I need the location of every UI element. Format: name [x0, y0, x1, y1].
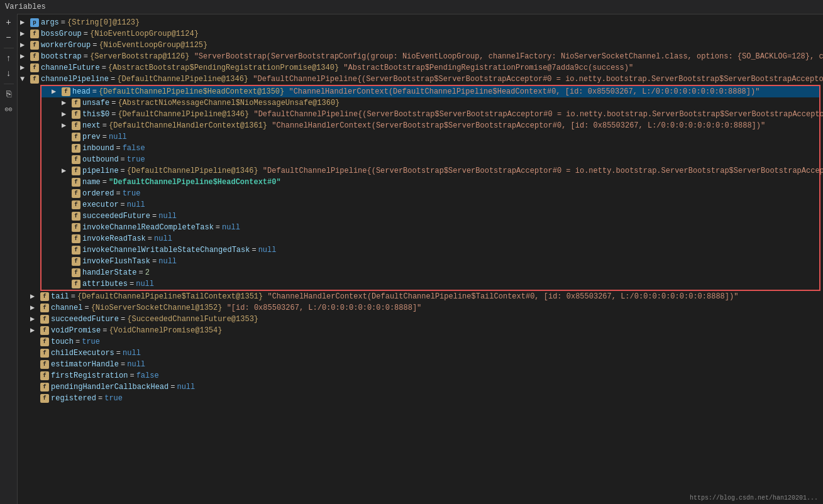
- field-icon: f: [40, 315, 49, 324]
- table-row[interactable]: ▶ f unsafe = {AbstractNioMessageChannel$…: [41, 97, 819, 109]
- expander-icon: ▶: [30, 359, 40, 369]
- expander-icon[interactable]: ▶: [62, 121, 72, 130]
- table-row[interactable]: ▶ f bossGroup = {NioEventLoopGroup@1124}: [18, 28, 823, 40]
- table-row[interactable]: ▶ f inbound = false: [41, 143, 819, 154]
- expander-icon[interactable]: ▶: [20, 40, 30, 50]
- table-row[interactable]: ▶ f estimatorHandle = null: [18, 359, 823, 370]
- table-row[interactable]: ▶ f voidPromise = {VoidChannelPromise@13…: [18, 325, 823, 336]
- expander-icon: ▶: [30, 348, 40, 358]
- expander-icon[interactable]: ▶: [30, 292, 40, 301]
- table-row[interactable]: ▶ f invokeFlushTask = null: [41, 256, 819, 267]
- table-row[interactable]: ▶ f childExecutors = null: [18, 348, 823, 359]
- field-icon: f: [72, 234, 80, 243]
- expander-icon[interactable]: ▶: [30, 303, 40, 312]
- expander-icon: ▶: [30, 393, 40, 403]
- table-row[interactable]: ▶ f channel = {NioServerSocketChannel@13…: [18, 302, 823, 314]
- table-row[interactable]: ▶ f succeededFuture = null: [41, 211, 819, 222]
- expander-icon: ▶: [62, 222, 72, 232]
- variables-list[interactable]: ▶ p args = {String[0]@1123} ▶ f bossGrou…: [18, 14, 823, 405]
- expander-icon: ▶: [62, 132, 72, 141]
- panel-title: Variables: [5, 3, 46, 11]
- field-icon: f: [72, 212, 80, 221]
- table-row[interactable]: ▶ f handlerState = 2: [41, 267, 819, 278]
- field-icon: f: [72, 167, 80, 175]
- red-box-container: ▶ f head = {DefaultChannelPipeline$HeadC…: [40, 85, 820, 291]
- watch-button[interactable]: ⊙⊙: [3, 103, 15, 116]
- table-row[interactable]: ▶ f invokeChannelReadCompleteTask = null: [41, 222, 819, 233]
- table-row[interactable]: ▶ f pendingHandlerCallbackHead = null: [18, 381, 823, 393]
- expander-icon[interactable]: ▶: [20, 29, 30, 38]
- expander-icon: ▶: [62, 268, 72, 277]
- field-icon: f: [40, 394, 49, 403]
- down-button[interactable]: ↓: [3, 67, 15, 80]
- expander-icon: ▶: [62, 143, 72, 153]
- expander-icon[interactable]: ▶: [62, 109, 72, 119]
- field-icon: f: [72, 268, 80, 277]
- expander-icon[interactable]: ▶: [20, 52, 30, 61]
- expander-icon[interactable]: ▶: [30, 326, 40, 335]
- variables-panel: Variables + − ↑ ↓ ⎘ ⊙⊙ ▶ p args = {Strin…: [0, 0, 823, 504]
- field-icon: f: [40, 304, 49, 312]
- expander-icon[interactable]: ▶: [30, 314, 40, 324]
- field-icon: f: [72, 178, 80, 187]
- table-row[interactable]: ▶ f touch = true: [18, 336, 823, 348]
- table-row[interactable]: ▶ f registered = true: [18, 393, 823, 404]
- expander-icon: ▶: [62, 177, 72, 187]
- table-row[interactable]: ▶ f prev = null: [41, 131, 819, 143]
- field-icon: f: [72, 280, 80, 288]
- table-row[interactable]: ▶ f head = {DefaultChannelPipeline$HeadC…: [41, 86, 819, 97]
- field-icon: f: [72, 99, 80, 107]
- field-icon: f: [72, 144, 80, 153]
- table-row[interactable]: ▶ f pipeline = {DefaultChannelPipeline@1…: [41, 165, 819, 177]
- expander-icon[interactable]: ▼: [20, 75, 30, 84]
- field-icon: f: [30, 63, 39, 72]
- expander-icon: ▶: [62, 200, 72, 209]
- table-row[interactable]: ▶ f firstRegistration = false: [18, 370, 823, 381]
- panel-header: Variables: [0, 0, 823, 14]
- table-row[interactable]: ▶ f ordered = true: [41, 188, 819, 199]
- up-button[interactable]: ↑: [3, 52, 15, 65]
- table-row[interactable]: ▶ f channelFuture = {AbstractBootstrap$P…: [18, 62, 823, 74]
- field-icon: f: [30, 41, 39, 50]
- table-row[interactable]: ▶ f this$0 = {DefaultChannelPipeline@134…: [41, 109, 819, 120]
- expander-icon: ▶: [30, 371, 40, 380]
- table-row[interactable]: ▶ f bootstrap = {ServerBootstrap@1126} "…: [18, 51, 823, 62]
- expander-icon: ▶: [62, 245, 72, 255]
- table-row[interactable]: ▶ f invokeChannelWritableStateChangedTas…: [41, 244, 819, 256]
- field-icon: f: [72, 200, 80, 209]
- copy-button[interactable]: ⎘: [3, 88, 15, 101]
- field-icon: f: [30, 75, 39, 84]
- field-icon: f: [40, 383, 49, 392]
- expander-icon[interactable]: ▶: [62, 98, 72, 107]
- table-row[interactable]: ▶ f outbound = true: [41, 154, 819, 165]
- table-row[interactable]: ▶ f attributes = null: [41, 278, 819, 290]
- expander-icon: ▶: [62, 256, 72, 266]
- minus-button[interactable]: −: [3, 31, 15, 44]
- expander-icon: ▶: [30, 337, 40, 346]
- table-row[interactable]: ▶ f workerGroup = {NioEventLoopGroup@112…: [18, 40, 823, 51]
- field-icon: p: [30, 18, 39, 27]
- expander-icon: ▶: [62, 211, 72, 221]
- table-row[interactable]: ▶ p args = {String[0]@1123}: [18, 17, 823, 28]
- expander-icon[interactable]: ▶: [52, 87, 62, 96]
- table-row[interactable]: ▶ f name = "DefaultChannelPipeline$HeadC…: [41, 177, 819, 188]
- field-icon: f: [40, 371, 49, 380]
- expander-icon: ▶: [62, 279, 72, 288]
- table-row[interactable]: ▶ f executor = null: [41, 199, 819, 211]
- field-icon: f: [72, 121, 80, 130]
- table-row[interactable]: ▶ f invokeReadTask = null: [41, 233, 819, 244]
- field-icon: f: [72, 110, 80, 119]
- field-icon: f: [40, 349, 49, 358]
- field-icon: f: [72, 155, 80, 164]
- expander-icon[interactable]: ▶: [62, 166, 72, 175]
- table-row[interactable]: ▶ f tail = {DefaultChannelPipeline$TailC…: [18, 291, 823, 302]
- table-row[interactable]: ▼ f channelPipeline = {DefaultChannelPip…: [18, 74, 823, 85]
- expander-icon[interactable]: ▶: [20, 18, 30, 27]
- expander-icon[interactable]: ▶: [20, 63, 30, 72]
- left-toolbar: + − ↑ ↓ ⎘ ⊙⊙: [0, 14, 18, 504]
- field-icon: f: [30, 30, 39, 38]
- table-row[interactable]: ▶ f next = {DefaultChannelHandlerContext…: [41, 120, 819, 131]
- table-row[interactable]: ▶ f succeededFuture = {SucceededChannelF…: [18, 314, 823, 325]
- watermark: https://blog.csdn.net/han120201...: [690, 495, 818, 501]
- add-button[interactable]: +: [3, 16, 15, 29]
